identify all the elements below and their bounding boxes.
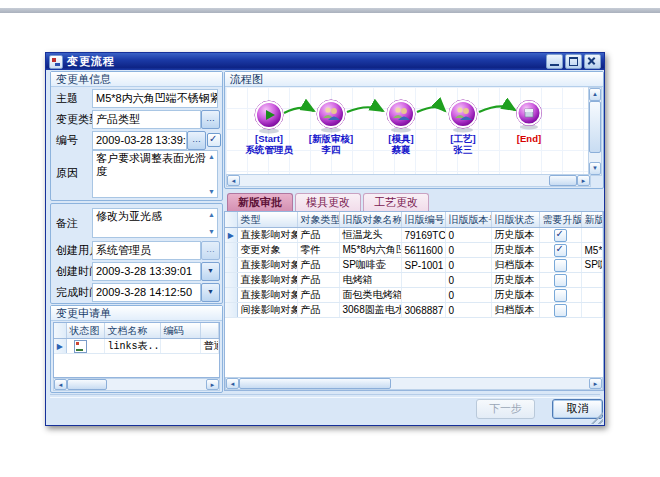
node-label: [模具] (388, 133, 413, 144)
window-title: 变更流程 (67, 54, 115, 69)
main-grid-hscrollbar[interactable]: ◄ ► (225, 377, 603, 390)
cube-icon (525, 109, 533, 117)
scroll-right-icon[interactable]: ► (577, 175, 590, 186)
upgrade-checkbox[interactable] (554, 304, 567, 317)
col-upgrade[interactable]: 需要升版 (539, 212, 581, 228)
col-status-icon[interactable]: 状态图 (66, 323, 104, 339)
finish-time-input[interactable]: 2009-3-28 14:12:50 (92, 283, 201, 302)
creator-input[interactable]: 系统管理员 (92, 241, 201, 260)
flow-arrow (284, 108, 314, 113)
scrollbar-thumb[interactable] (239, 378, 391, 389)
finish-time-dropdown-button[interactable]: ▼ (201, 283, 220, 302)
scrollbar-thumb[interactable] (67, 379, 107, 390)
scroll-right-icon[interactable]: ► (589, 378, 602, 389)
subject-row: 主题 M5*8内六角凹端不锈钢紧固螺钉 (51, 89, 222, 107)
table-row[interactable]: 间接影响对象 产品 3068圆盖电水壶 3068887 0 归档版本 (225, 303, 603, 318)
app-icon (49, 55, 63, 69)
tab-new-version-approval[interactable]: 新版审批 (227, 193, 293, 211)
node-label: [Start] (255, 133, 283, 144)
flow-node-craft[interactable]: [工艺] 张三 (449, 100, 477, 155)
scroll-left-icon[interactable]: ◄ (226, 378, 239, 389)
desktop: { "window": { "title": "变更流程" }, "glyphs… (0, 0, 660, 477)
number-input[interactable]: 2009-03-28 13:39:01 (92, 131, 187, 150)
reason-scroll-up-icon[interactable]: ▲ (208, 153, 215, 160)
table-row[interactable]: 变更对象 零件 M5*8内六角凹... 5611600 0 历史版本 M5*8 (225, 243, 603, 258)
node-label: 张三 (453, 144, 474, 155)
change-type-input[interactable]: 产品类型 (92, 110, 201, 129)
scroll-left-icon[interactable]: ◄ (227, 175, 240, 186)
table-row[interactable]: 直接影响对象 产品 电烤箱 0 历史版本 (225, 273, 603, 288)
change-process-dialog: 变更流程 变更单信息 主题 M5*8内六角凹端不锈钢紧固螺钉 变更类型 产品类型… (45, 52, 605, 426)
change-info-header: 变更单信息 (51, 72, 222, 87)
main-grid: 类型 对象类型 旧版对象名称 旧版编号 旧版版本号 旧版状态 需要升版 新版 ▶… (224, 211, 604, 391)
col-type[interactable]: 类型 (237, 212, 297, 228)
node-label: 系统管理员 (245, 144, 293, 155)
top-strip (0, 8, 660, 13)
creator-browse-button[interactable]: … (201, 241, 220, 260)
upgrade-checkbox[interactable] (554, 289, 567, 302)
request-form-row[interactable]: ▶ links表... 普通 (54, 339, 219, 354)
scrollbar-thumb[interactable] (549, 175, 577, 186)
scroll-up-icon[interactable]: ▲ (589, 88, 601, 101)
col-doc-name[interactable]: 文档名称 (104, 323, 160, 339)
upgrade-checkbox[interactable] (554, 244, 567, 257)
create-time-input[interactable]: 2009-3-28 13:39:01 (92, 262, 201, 281)
flow-node-review[interactable]: [新版审核] 李四 (309, 100, 353, 155)
request-form-panel: 变更申请单 状态图 文档名称 编码 ▶ (50, 305, 223, 393)
node-label: 蔡襄 (391, 144, 412, 155)
request-form-header-row: 状态图 文档名称 编码 (54, 323, 219, 339)
scroll-left-icon[interactable]: ◄ (54, 379, 67, 390)
node-label: 李四 (321, 144, 341, 155)
subject-input[interactable]: M5*8内六角凹端不锈钢紧固螺钉 (92, 89, 218, 108)
remark-row: 备注 修改为亚光感 ▲ ▼ (51, 208, 222, 238)
table-row[interactable]: 直接影响对象 产品 SP咖啡壶 SP-1001 0 归档版本 SP咖 (225, 258, 603, 273)
col-old-status[interactable]: 旧版状态 (491, 212, 539, 228)
remark-panel: 备注 修改为亚光感 ▲ ▼ 创建用户 系统管理员 … 创建时间 2009-3-2… (50, 203, 223, 304)
subject-label: 主题 (56, 91, 78, 106)
request-form-hscrollbar[interactable]: ◄ ► (53, 378, 220, 391)
table-row[interactable]: ▶ 直接影响对象 产品 恒温龙头 79169TC 0 历史版本 (225, 228, 603, 243)
remark-label: 备注 (56, 216, 78, 231)
number-browse-button[interactable]: … (187, 131, 206, 150)
scrollbar-thumb[interactable] (589, 101, 601, 153)
cancel-button[interactable]: 取消 (552, 399, 603, 419)
scroll-right-icon[interactable]: ► (206, 379, 219, 390)
table-row[interactable]: 直接影响对象 产品 面包类电烤箱 0 历史版本 (225, 288, 603, 303)
close-button[interactable] (584, 54, 601, 69)
reason-scroll-down-icon[interactable]: ▼ (208, 188, 215, 195)
reason-row: 原因 客户要求调整表面光滑度 ▲ ▼ (51, 150, 222, 198)
flowchart-hscrollbar[interactable]: ◄ ► (226, 174, 591, 187)
flowchart-vscrollbar[interactable]: ▲ ▼ (588, 87, 602, 176)
flow-node-end[interactable]: [End] (517, 101, 542, 145)
upgrade-checkbox[interactable] (554, 259, 567, 272)
minimize-button[interactable] (546, 54, 563, 69)
change-type-browse-button[interactable]: … (201, 110, 220, 129)
tab-mold-change[interactable]: 模具更改 (295, 193, 361, 211)
tab-strip: 新版审批 模具更改 工艺更改 (227, 193, 429, 211)
next-button[interactable]: 下一步 (476, 399, 535, 419)
reason-textarea[interactable]: 客户要求调整表面光滑度 (92, 150, 218, 198)
remark-scroll-down-icon[interactable]: ▼ (208, 228, 215, 235)
flowchart-canvas[interactable]: [Start] 系统管理员 [新版审核] 李四 (226, 87, 589, 176)
upgrade-checkbox[interactable] (554, 274, 567, 287)
flowchart-header: 流程图 (225, 72, 603, 87)
flow-node-mold[interactable]: [模具] 蔡襄 (387, 100, 415, 155)
flow-node-start[interactable]: [Start] 系统管理员 (245, 101, 293, 155)
col-new[interactable]: 新版 (581, 212, 603, 228)
upgrade-checkbox[interactable] (554, 229, 567, 242)
number-checkbox[interactable] (207, 133, 221, 147)
tab-craft-change[interactable]: 工艺更改 (363, 193, 429, 211)
create-time-dropdown-button[interactable]: ▼ (201, 262, 220, 281)
col-obj-type[interactable]: 对象类型 (297, 212, 339, 228)
col-old-code[interactable]: 旧版编号 (401, 212, 445, 228)
col-code[interactable]: 编码 (160, 323, 200, 339)
title-bar[interactable]: 变更流程 (46, 53, 604, 70)
number-row: 编号 2009-03-28 13:39:01 … (51, 131, 222, 149)
col-old-ver[interactable]: 旧版版本号 (445, 212, 491, 228)
remark-scroll-up-icon[interactable]: ▲ (208, 211, 215, 218)
maximize-button[interactable] (565, 54, 582, 69)
col-old-name[interactable]: 旧版对象名称 (339, 212, 401, 228)
remark-textarea[interactable]: 修改为亚光感 (92, 208, 218, 238)
node-label: [End] (517, 133, 541, 144)
number-label: 编号 (56, 133, 78, 148)
